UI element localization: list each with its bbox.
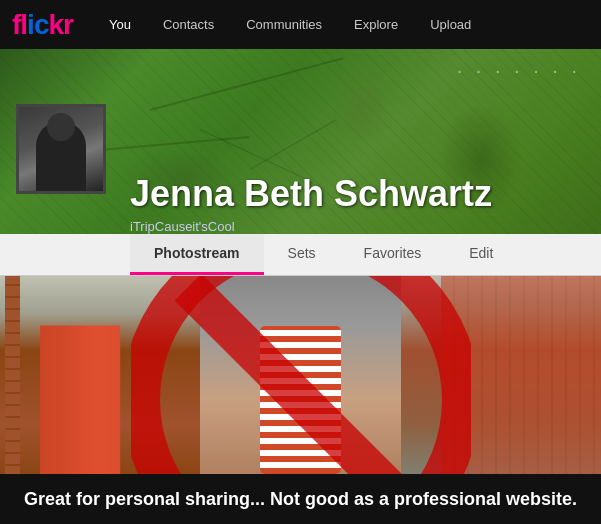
nav-you[interactable]: You xyxy=(93,0,147,49)
profile-header: Jenna Beth Schwartz iTripCauseit'sCool xyxy=(0,49,601,234)
nav-contacts[interactable]: Contacts xyxy=(147,0,230,49)
profile-tabs: Photostream Sets Favorites Edit xyxy=(0,234,601,276)
tab-edit[interactable]: Edit xyxy=(445,234,517,275)
bottom-text: Great for personal sharing... Not good a… xyxy=(24,489,577,510)
nav-explore[interactable]: Explore xyxy=(338,0,414,49)
nav-upload[interactable]: Upload xyxy=(414,0,487,49)
nav-communities[interactable]: Communities xyxy=(230,0,338,49)
profile-info: Jenna Beth Schwartz iTripCauseit'sCool xyxy=(0,153,601,234)
tab-photostream[interactable]: Photostream xyxy=(130,234,264,275)
tab-sets[interactable]: Sets xyxy=(264,234,340,275)
profile-username: iTripCauseit'sCool xyxy=(130,219,585,234)
profile-name: Jenna Beth Schwartz xyxy=(130,153,585,215)
bottom-bar: Great for personal sharing... Not good a… xyxy=(0,474,601,524)
tab-favorites[interactable]: Favorites xyxy=(340,234,446,275)
flickr-logo[interactable]: flickr xyxy=(12,9,73,41)
navbar: flickr You Contacts Communities Explore … xyxy=(0,0,601,49)
